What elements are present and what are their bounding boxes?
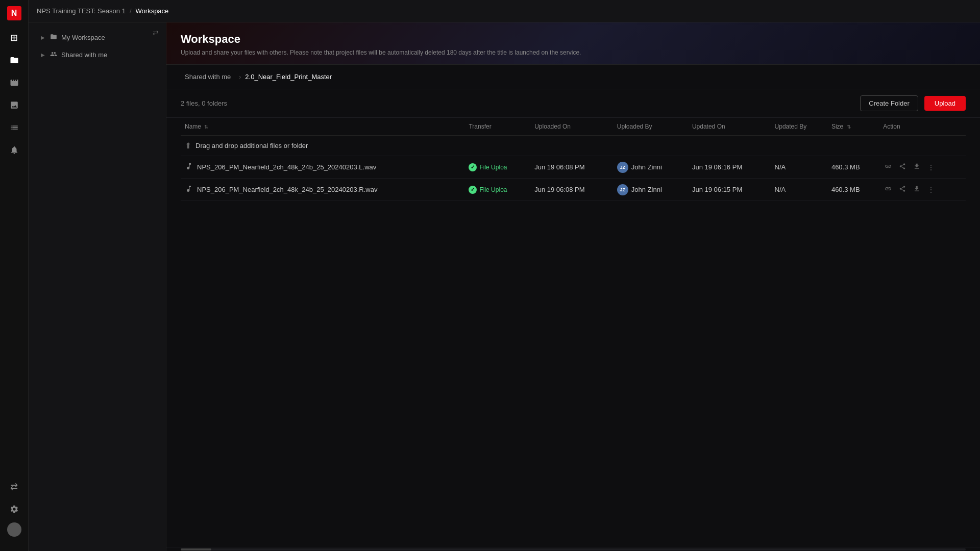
col-uploaded-by[interactable]: Uploaded By (613, 118, 688, 136)
user-avatar-0: JZ (617, 162, 628, 173)
topbar: NPS Training TEST: Season 1 / Workspace (29, 0, 980, 22)
folder-icon (50, 33, 57, 42)
cell-updated-on-0: Jun 19 06:16 PM (688, 156, 771, 179)
sidebar-list-icon[interactable] (5, 118, 23, 137)
breadcrumb-workspace: Workspace (136, 7, 169, 15)
sidebar-image-icon[interactable] (5, 96, 23, 114)
sort-name-icon: ⇅ (204, 124, 208, 130)
col-action: Action (879, 118, 966, 136)
user-name-0: John Zinni (631, 163, 662, 171)
more-icon-1[interactable]: ⋮ (926, 184, 936, 195)
audio-file-icon (185, 162, 193, 172)
col-transfer[interactable]: Transfer (464, 118, 530, 136)
user-avatar-1: JZ (617, 184, 628, 195)
link-icon-0[interactable] (883, 161, 893, 173)
netflix-logo[interactable]: N (7, 6, 21, 20)
cell-updated-by-1: N/A (771, 179, 827, 201)
expand-icon: ▶ (41, 35, 45, 40)
download-icon-0[interactable] (912, 161, 922, 173)
workspace-subtitle: Upload and share your files with others.… (181, 49, 966, 56)
main-area: NPS Training TEST: Season 1 / Workspace … (29, 0, 980, 551)
cell-uploaded-on-0: Jun 19 06:08 PM (530, 156, 613, 179)
toolbar: 2 files, 0 folders Create Folder Upload (166, 89, 980, 118)
sidebar-expand-icon[interactable]: ⇄ (5, 478, 23, 496)
cell-transfer-1: ✓ File Uploa (464, 179, 530, 201)
nav-my-workspace-label: My Workspace (61, 34, 105, 41)
user-avatar[interactable] (7, 522, 21, 537)
link-icon-1[interactable] (883, 184, 893, 195)
file-count: 2 files, 0 folders (181, 99, 227, 107)
transfer-label-0: File Uploa (479, 164, 507, 171)
sidebar-film-icon[interactable] (5, 73, 23, 92)
workspace-header: Workspace Upload and share your files wi… (166, 22, 980, 65)
nav-item-my-workspace[interactable]: ▶ My Workspace (33, 29, 162, 46)
narrow-sidebar: N ⊞ ⇄ (0, 0, 29, 551)
cell-transfer-0: ✓ File Uploa (464, 156, 530, 179)
nav-shared-label: Shared with me (61, 51, 107, 59)
workspace-nav-current: 2.0_Near_Field_Print_Master (245, 73, 332, 81)
sidebar-settings-icon[interactable] (5, 500, 23, 518)
col-name[interactable]: Name ⇅ (181, 118, 464, 136)
expand-icon-shared: ▶ (41, 52, 45, 58)
download-icon-1[interactable] (912, 184, 922, 195)
file-table: Name ⇅ Transfer Uploaded On Uploaded By (166, 118, 980, 547)
table-row: NPS_206_PM_Nearfield_2ch_48k_24b_25_2024… (181, 179, 966, 201)
create-folder-button[interactable]: Create Folder (860, 95, 918, 111)
col-size[interactable]: Size ⇅ (827, 118, 879, 136)
upload-button[interactable]: Upload (924, 96, 966, 111)
user-icon (50, 51, 57, 59)
workspace-title: Workspace (181, 33, 966, 46)
cell-uploaded-on-1: Jun 19 06:08 PM (530, 179, 613, 201)
user-name-1: John Zinni (631, 186, 662, 193)
scroll-thumb (181, 548, 211, 550)
sort-size-icon: ⇅ (847, 124, 851, 130)
workspace-nav-arrow: › (239, 73, 241, 81)
cell-size-0: 460.3 MB (827, 156, 879, 179)
cell-updated-on-1: Jun 19 06:15 PM (688, 179, 771, 201)
drag-drop-row[interactable]: ⬆ Drag and drop additional files or fold… (181, 136, 966, 156)
sidebar-home-icon[interactable]: ⊞ (5, 29, 23, 47)
workspace-breadcrumb-nav: Shared with me › 2.0_Near_Field_Print_Ma… (166, 65, 980, 89)
breadcrumb-project[interactable]: NPS Training TEST: Season 1 (37, 7, 126, 15)
drag-drop-label: Drag and drop additional files or folder (195, 142, 308, 149)
bottom-scrollbar[interactable] (166, 547, 980, 551)
left-nav: ⇄ ▶ My Workspace ▶ Shared with me (29, 22, 166, 551)
workspace-area: Workspace Upload and share your files wi… (166, 22, 980, 551)
breadcrumb-sep: / (130, 7, 132, 15)
share-icon-0[interactable] (897, 161, 908, 173)
sidebar-notifications-icon[interactable] (5, 141, 23, 159)
content-split: ⇄ ▶ My Workspace ▶ Shared with me Worksp… (29, 22, 980, 551)
cell-action-0: ⋮ (879, 156, 966, 179)
col-uploaded-on[interactable]: Uploaded On (530, 118, 613, 136)
scroll-track (181, 548, 966, 550)
file-name-1: NPS_206_PM_Nearfield_2ch_48k_24b_25_2024… (197, 186, 377, 193)
workspace-nav-root[interactable]: Shared with me (181, 71, 235, 83)
cell-size-1: 460.3 MB (827, 179, 879, 201)
collapse-nav-button[interactable]: ⇄ (150, 27, 162, 39)
more-icon-0[interactable]: ⋮ (926, 162, 936, 173)
upload-icon: ⬆ (185, 141, 191, 151)
cell-uploaded-by-1: JZ John Zinni (613, 179, 688, 201)
transfer-label-1: File Uploa (479, 186, 507, 193)
cell-updated-by-0: N/A (771, 156, 827, 179)
cell-action-1: ⋮ (879, 179, 966, 201)
share-icon-1[interactable] (897, 184, 908, 195)
table-row: NPS_206_PM_Nearfield_2ch_48k_24b_25_2024… (181, 156, 966, 179)
cell-name-0: NPS_206_PM_Nearfield_2ch_48k_24b_25_2024… (181, 156, 464, 179)
sidebar-folder-icon[interactable] (5, 51, 23, 69)
nav-item-shared-with-me[interactable]: ▶ Shared with me (33, 46, 162, 63)
transfer-check-icon: ✓ (469, 186, 477, 194)
cell-name-1: NPS_206_PM_Nearfield_2ch_48k_24b_25_2024… (181, 179, 464, 201)
transfer-check-icon: ✓ (469, 163, 477, 171)
col-updated-by[interactable]: Updated By (771, 118, 827, 136)
col-updated-on[interactable]: Updated On (688, 118, 771, 136)
file-name-0: NPS_206_PM_Nearfield_2ch_48k_24b_25_2024… (197, 163, 376, 171)
audio-file-icon (185, 185, 193, 195)
cell-uploaded-by-0: JZ John Zinni (613, 156, 688, 179)
